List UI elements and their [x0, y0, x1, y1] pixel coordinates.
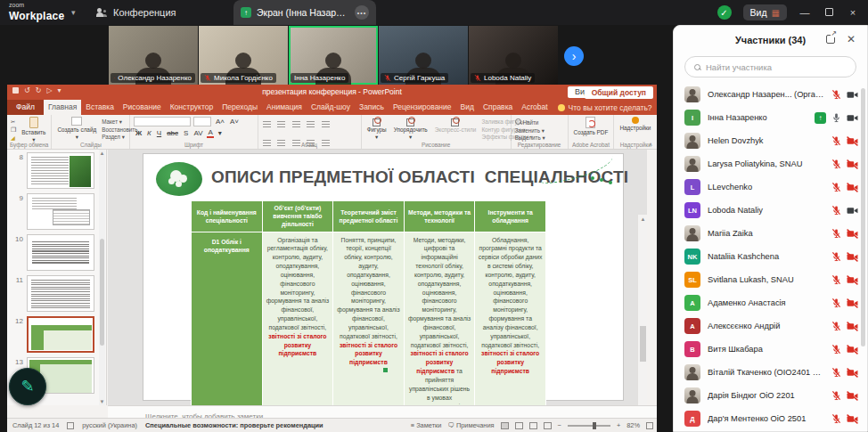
camera-icon[interactable] [847, 183, 858, 192]
mic-icon[interactable] [831, 390, 841, 401]
tab-conference[interactable]: Конференция [96, 0, 176, 25]
participant-row[interactable]: L LLevchenko ↑ [674, 175, 868, 199]
mic-icon[interactable] [831, 182, 841, 192]
font-size-select[interactable] [193, 117, 211, 126]
character-spacing-button[interactable]: AV [192, 129, 204, 137]
participant-row[interactable]: B Витя Шкабара ↑ [674, 338, 868, 361]
participant-row[interactable]: A Адаменко Анастасія ↑ [674, 291, 868, 314]
indent-increase-icon[interactable] [307, 121, 315, 128]
copy-icon[interactable]: ❐ [11, 126, 16, 134]
participant-row[interactable]: A Алексєєнко Андрій ↑ [674, 314, 868, 338]
mic-icon[interactable] [831, 367, 841, 378]
participants-scrollbar[interactable] [861, 88, 865, 346]
mic-icon[interactable] [831, 205, 841, 216]
minimize-button[interactable]: — [798, 7, 811, 18]
reading-view-icon[interactable] [529, 422, 537, 429]
bullets-icon[interactable] [263, 121, 271, 128]
indent-decrease-icon[interactable] [292, 121, 300, 128]
participant-row[interactable]: Дарія Біндюг ОіО 2201 ↑ [674, 384, 868, 407]
font-name-select[interactable] [134, 117, 191, 126]
participant-row[interactable]: SL Svitlana Lukash, SNAU ↑ [674, 268, 868, 291]
mic-icon[interactable] [831, 228, 841, 239]
zoom-out-icon[interactable]: − [558, 421, 561, 429]
slide-thumbnail[interactable]: 12 [7, 314, 106, 355]
video-tile[interactable]: Микола Гордієнко [199, 26, 288, 85]
ribbon-tab[interactable]: Переходы [217, 100, 262, 115]
camera-icon[interactable] [847, 322, 858, 331]
scrollbar-thumb[interactable] [640, 326, 646, 362]
zoom-percent[interactable]: 82% [626, 421, 640, 429]
participant-row[interactable]: Larysa Poliatykina, SNAU ↑ [674, 152, 868, 175]
mic-icon[interactable] [831, 251, 841, 262]
ribbon-tab[interactable]: Конструктор [166, 100, 217, 115]
tab-screen-share[interactable]: ↑ Экран (Інна Назаренко) ••• [233, 0, 376, 25]
slideshow-icon[interactable] [544, 422, 552, 429]
fit-to-window-icon[interactable] [646, 422, 653, 429]
close-icon[interactable]: ✕ [847, 33, 856, 45]
camera-icon[interactable] [847, 229, 858, 239]
shrink-font-icon[interactable]: А˅ [228, 118, 240, 126]
bold-button[interactable]: Ж [134, 129, 143, 137]
mic-icon[interactable] [831, 159, 841, 169]
ribbon-tab[interactable]: Рисование [119, 100, 166, 115]
view-button[interactable]: Вид ▦ [743, 4, 787, 20]
redo-icon[interactable]: ↻ [36, 86, 42, 94]
undo-icon[interactable]: ↺ [24, 86, 30, 94]
thumbnail-scrollbar[interactable]: ▲ ▼ [99, 150, 105, 405]
grow-font-icon[interactable]: А˄ [214, 118, 225, 126]
search-input[interactable] [706, 62, 839, 72]
ribbon-tab[interactable]: Справка [479, 100, 517, 115]
scroll-up-icon[interactable]: ▲ [99, 151, 105, 156]
participant-row[interactable]: Mariia Zaika ↑ [674, 222, 868, 245]
video-tile[interactable]: Інна Назаренко [289, 26, 378, 85]
chevron-down-icon[interactable]: ▾ [71, 8, 76, 17]
security-shield-icon[interactable]: ✓ [717, 5, 732, 20]
ribbon-tab[interactable]: Acrobat [517, 100, 552, 115]
mic-icon[interactable] [831, 274, 841, 285]
font-color-button[interactable]: А [207, 128, 214, 138]
share-button[interactable]: Общий доступ [585, 86, 653, 99]
more-options-icon[interactable]: ••• [355, 5, 369, 20]
notes-pane[interactable]: Щелкните, чтобы добавить заметки [108, 405, 657, 418]
slide-thumbnail[interactable]: 10 [7, 232, 106, 273]
slide-thumbnail[interactable]: 8 [7, 150, 106, 191]
camera-icon[interactable] [847, 391, 858, 401]
mic-icon[interactable] [831, 298, 841, 308]
camera-icon[interactable] [847, 275, 858, 285]
numbering-icon[interactable] [277, 121, 285, 128]
create-pdf-button[interactable]: Создать PDF [572, 117, 610, 135]
new-slide-button[interactable]: Создать слайд ▾ [55, 117, 98, 141]
qat-customize-icon[interactable]: ▾ [58, 86, 61, 94]
video-tile[interactable]: Олександр Назаренко [109, 26, 198, 85]
line-spacing-icon[interactable] [322, 121, 330, 128]
maximize-button[interactable] [823, 7, 835, 18]
slide-scrollbar[interactable]: ▲ ▼ ▲▼ [637, 215, 647, 432]
slide-thumbnail[interactable]: 9 [7, 191, 106, 232]
arrange-button[interactable]: Упорядочить ▾ [392, 117, 430, 141]
quick-styles-button[interactable]: Экспресс-стили [433, 117, 479, 133]
language-indicator[interactable]: русский (Украина) [82, 421, 137, 429]
underline-button[interactable]: Ч [155, 129, 162, 137]
ribbon-tab[interactable]: Вставка [81, 100, 119, 115]
ribbon-tab[interactable]: Файл [7, 100, 44, 115]
slide-sorter-icon[interactable] [515, 422, 523, 429]
notes-toggle[interactable]: ≡ Заметки [411, 421, 442, 429]
scroll-down-icon[interactable]: ▼ [99, 399, 105, 404]
ribbon-tab[interactable]: Главная [44, 100, 81, 115]
strikethrough-button[interactable]: abc [166, 129, 180, 137]
normal-view-icon[interactable] [501, 422, 509, 429]
ribbon-tab[interactable]: Анимация [262, 100, 307, 115]
participant-search[interactable] [684, 56, 856, 77]
participant-row[interactable]: Д Дар'я Ментенко ОіО 2501 ↑ [674, 407, 868, 430]
next-page-button[interactable]: › [564, 46, 584, 66]
participant-row[interactable]: Віталій Ткаченко (ОІО2401 ст.) ↑ [674, 361, 868, 384]
participant-row[interactable]: Олександр Назарен... (Организатор, я) ↑ [674, 83, 868, 106]
comments-toggle[interactable]: 🗨 Примечания [447, 421, 494, 429]
paste-button[interactable]: Вставить ▾ [20, 117, 47, 143]
video-tile[interactable]: Loboda Nataliy [469, 26, 558, 85]
mic-icon[interactable] [831, 344, 841, 355]
cut-icon[interactable]: ✂ [11, 118, 16, 125]
camera-icon[interactable] [847, 136, 858, 146]
camera-icon[interactable] [847, 298, 858, 308]
participant-row[interactable]: LN Loboda Nataliy ↑ [674, 199, 868, 222]
